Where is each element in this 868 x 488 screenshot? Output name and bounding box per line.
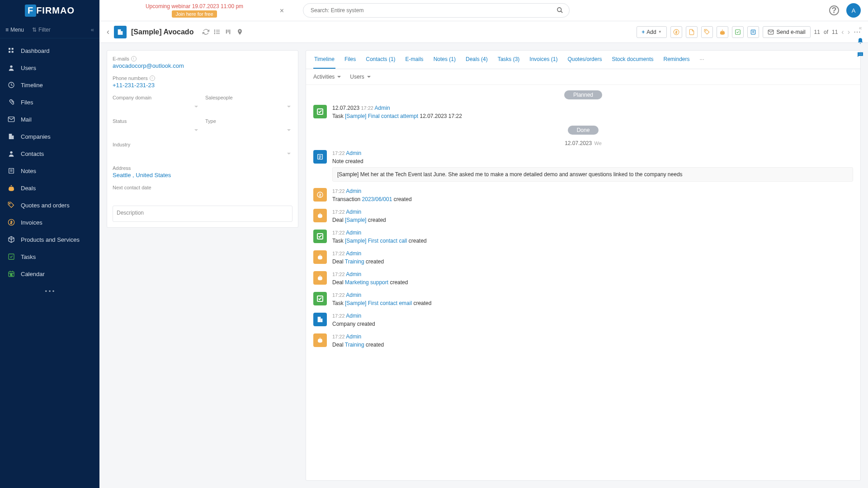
sidebar-item-quotes-and-orders[interactable]: Quotes and orders	[0, 197, 99, 214]
action-bag-icon[interactable]	[717, 26, 728, 38]
send-email-button[interactable]: Send e-mail	[763, 26, 811, 38]
timeline-link[interactable]: Training	[345, 342, 364, 348]
user-link[interactable]: Admin	[346, 333, 361, 340]
action-doc-icon[interactable]	[686, 26, 698, 38]
timeline-link[interactable]: [Sample] First contact call	[345, 238, 407, 244]
phone-value[interactable]: +11-231-231-23	[113, 82, 292, 89]
sidebar-item-deals[interactable]: Deals	[0, 179, 99, 197]
tab-e-mails[interactable]: E-mails	[405, 51, 425, 69]
sidebar-item-mail[interactable]: Mail	[0, 111, 99, 128]
webinar-banner: Upcoming webinar 19.07.2023 11:00 pm Joi…	[99, 3, 289, 18]
user-link[interactable]: Admin	[346, 271, 361, 277]
calendar-icon: 31	[7, 270, 15, 278]
info-icon[interactable]: i	[150, 75, 155, 81]
bell-icon[interactable]	[857, 38, 864, 45]
avatar[interactable]: A	[846, 3, 861, 18]
sidebar-item-timeline[interactable]: Timeline	[0, 76, 99, 94]
task-link[interactable]: [Sample] Final contact attempt	[345, 113, 418, 119]
user-link[interactable]: Admin	[346, 313, 361, 319]
description-input[interactable]: Description	[113, 206, 292, 222]
user-link[interactable]: Admin	[346, 292, 361, 298]
tag-icon	[7, 201, 15, 209]
banner-cta-button[interactable]: Join here for free	[172, 10, 217, 18]
action-note-icon[interactable]	[747, 26, 759, 38]
sidebar-item-dashboard[interactable]: Dashboard	[0, 42, 99, 59]
action-check-icon[interactable]	[732, 26, 744, 38]
location-icon[interactable]	[236, 28, 243, 35]
sidebar-item-files[interactable]: Files	[0, 94, 99, 111]
user-link[interactable]: Admin	[346, 250, 361, 257]
sidebar-collapse-icon[interactable]: «	[91, 26, 94, 33]
tab-tasks-[interactable]: Tasks (3)	[497, 51, 521, 69]
sidebar-item-tasks[interactable]: Tasks	[0, 248, 99, 265]
info-icon[interactable]: i	[131, 56, 137, 61]
check-icon	[313, 230, 327, 243]
rail-collapse-icon[interactable]: «	[859, 25, 862, 31]
email-value[interactable]: avocadocorp@outlook.com	[113, 62, 292, 69]
sidebar-item-products-and-services[interactable]: Products and Services	[0, 231, 99, 248]
tab-invoices-[interactable]: Invoices (1)	[528, 51, 558, 69]
svg-text:31: 31	[10, 274, 13, 276]
user-link[interactable]: Admin	[346, 209, 361, 215]
chat-icon[interactable]	[857, 51, 864, 58]
sidebar-item-users[interactable]: Users	[0, 59, 99, 76]
user-link[interactable]: Admin	[346, 150, 361, 156]
action-tag-icon[interactable]	[701, 26, 713, 38]
domain-select[interactable]	[113, 102, 200, 112]
timeline-link[interactable]: 2023/06/001	[362, 196, 392, 202]
page-next-icon[interactable]: ›	[848, 28, 850, 36]
refresh-icon[interactable]	[203, 28, 209, 35]
tab-quotes-orders[interactable]: Quotes/orders	[566, 51, 603, 69]
sidebar-item-notes[interactable]: Notes	[0, 162, 99, 179]
columns-icon[interactable]	[225, 28, 232, 35]
salespeople-label: Salespeople	[205, 95, 292, 100]
page-prev-icon[interactable]: ‹	[841, 28, 844, 36]
tab-reminders[interactable]: Reminders	[662, 51, 690, 69]
search-input[interactable]	[303, 3, 570, 18]
sidebar-item-calendar[interactable]: 31Calendar	[0, 265, 99, 282]
help-icon[interactable]: ?	[829, 5, 839, 15]
timeline-link[interactable]: Training	[345, 258, 364, 265]
tab-contacts-[interactable]: Contacts (1)	[365, 51, 396, 69]
next-contact-value[interactable]	[113, 190, 292, 197]
sidebar-item-contacts[interactable]: Contacts	[0, 145, 99, 162]
user-link[interactable]: Admin	[346, 230, 361, 236]
add-button[interactable]: +Add▼	[637, 26, 666, 38]
done-pill: Done	[568, 126, 599, 135]
address-value[interactable]: Seattle , United States	[113, 172, 292, 178]
building-icon	[313, 313, 327, 326]
type-select[interactable]	[205, 126, 292, 136]
tab-files[interactable]: Files	[344, 51, 357, 69]
tab-timeline[interactable]: Timeline	[313, 51, 335, 69]
user-link[interactable]: Admin	[346, 188, 361, 194]
sidebar-item-companies[interactable]: Companies	[0, 128, 99, 145]
sidebar-tab-menu[interactable]: ≡ Menu	[5, 27, 24, 33]
salespeople-select[interactable]	[205, 102, 292, 112]
search-icon[interactable]	[557, 7, 563, 14]
check-icon	[7, 253, 15, 261]
grid-icon	[7, 47, 15, 55]
tab-notes-[interactable]: Notes (1)	[433, 51, 457, 69]
nav: DashboardUsersTimelineFilesMailCompanies…	[0, 38, 99, 286]
back-icon[interactable]: ‹	[107, 27, 109, 37]
sidebar-tab-filter[interactable]: ⇅ Filter	[32, 27, 51, 33]
user-link[interactable]: Admin	[375, 105, 390, 111]
list-icon[interactable]	[214, 28, 221, 35]
tab-stock-documents[interactable]: Stock documents	[611, 51, 654, 69]
tab-deals-[interactable]: Deals (4)	[465, 51, 489, 69]
status-select[interactable]	[113, 126, 200, 136]
tab-more[interactable]: ···	[699, 51, 705, 69]
industry-select[interactable]	[113, 149, 292, 159]
content: E-mailsi avocadocorp@outlook.com Phone n…	[99, 43, 868, 488]
timeline-link[interactable]: [Sample] First contact email	[345, 300, 412, 306]
filter-activities[interactable]: Activities	[313, 74, 341, 80]
logo[interactable]: FFIRMAO	[0, 0, 99, 21]
timeline-filters: Activities Users	[306, 69, 860, 85]
nav-more[interactable]: • • •	[0, 286, 99, 296]
timeline-link[interactable]: Marketing support	[345, 279, 388, 286]
filter-users[interactable]: Users	[350, 74, 370, 80]
timeline-link[interactable]: [Sample]	[345, 217, 366, 223]
action-dollar-icon[interactable]	[670, 26, 682, 38]
close-icon[interactable]: ×	[280, 7, 284, 15]
sidebar-item-invoices[interactable]: Invoices	[0, 214, 99, 231]
